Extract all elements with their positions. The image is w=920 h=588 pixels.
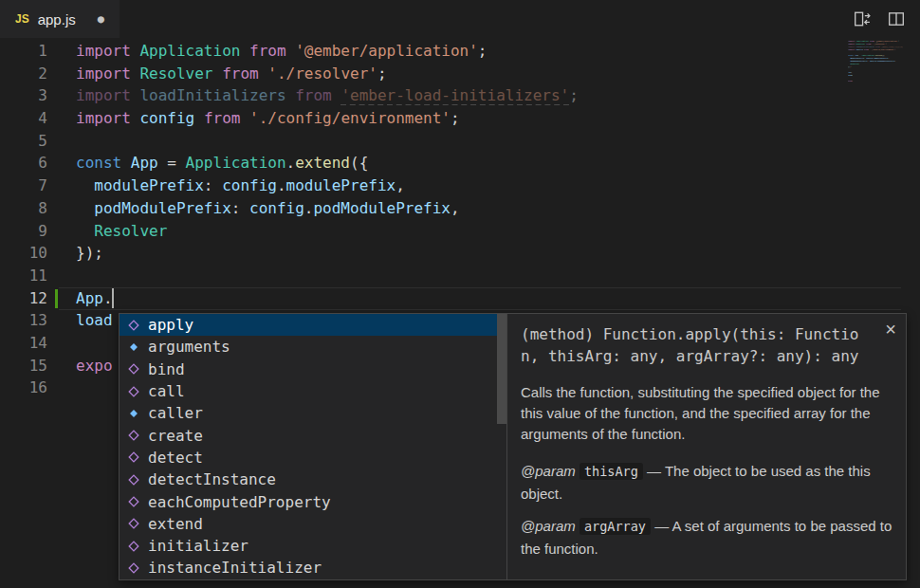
param-tag: @param: [521, 463, 576, 479]
suggestion-detect[interactable]: detect: [120, 447, 506, 469]
code-line[interactable]: 2import Resolver from './resolver';: [0, 63, 920, 85]
suggestion-label: detectInstance: [148, 470, 276, 488]
suggest-widget: applyargumentsbindcallcallercreatedetect…: [119, 313, 907, 580]
field-icon: [126, 340, 141, 355]
suggestion-extend[interactable]: extend: [120, 513, 506, 535]
suggestion-create[interactable]: create: [120, 424, 506, 446]
editor-actions: [854, 10, 920, 28]
field-icon: [126, 406, 141, 421]
code-line[interactable]: 1import Application from '@ember/applica…: [0, 40, 920, 63]
method-icon: [126, 318, 141, 333]
suggestion-arguments[interactable]: arguments: [120, 336, 506, 358]
docs-param-thisArg: @param thisArg — The object to be used a…: [521, 460, 892, 505]
param-tag: @param: [521, 518, 576, 534]
line-number: 11: [0, 265, 47, 287]
suggestion-label: create: [148, 427, 203, 445]
method-icon: [126, 361, 141, 377]
code-line[interactable]: 8 podModulePrefix: config.podModulePrefi…: [0, 197, 920, 220]
suggestion-initializer[interactable]: initializer: [120, 535, 506, 557]
method-icon: [126, 539, 141, 554]
line-number: 1: [0, 40, 47, 63]
suggestion-caller[interactable]: caller: [120, 402, 506, 424]
line-number: 14: [0, 332, 47, 355]
line-number: 9: [0, 220, 47, 243]
suggestion-instanceInitializer[interactable]: instanceInitializer: [120, 557, 506, 579]
git-added-indicator: [55, 289, 58, 308]
line-number: 13: [0, 309, 47, 332]
docs-param-argArray: @param argArray — A set of arguments to …: [521, 515, 892, 560]
param-description: — A set of arguments to be passed to the…: [521, 518, 892, 557]
suggestion-detectInstance[interactable]: detectInstance: [120, 469, 506, 490]
method-icon: [126, 428, 141, 443]
code-line[interactable]: 9 Resolver: [0, 220, 920, 243]
javascript-file-icon: JS: [15, 12, 29, 26]
line-number: 8: [0, 197, 47, 220]
suggestion-call[interactable]: call: [120, 380, 506, 402]
tab-app-js[interactable]: JS app.js ●: [0, 0, 120, 38]
line-number: 3: [0, 84, 47, 107]
code-line[interactable]: 3import loadInitializers from 'ember-loa…: [0, 84, 920, 107]
minimap[interactable]: import Application from '@ember/applicat…: [848, 40, 903, 91]
method-icon: [126, 516, 141, 531]
suggestion-label: instanceInitializer: [148, 559, 322, 577]
line-number: 2: [0, 63, 47, 85]
code-line[interactable]: 5: [0, 130, 920, 153]
code-line[interactable]: 12App.: [0, 287, 920, 310]
suggestion-bind[interactable]: bind: [120, 358, 506, 380]
suggestion-label: bind: [148, 360, 185, 378]
docs-signature: (method) Function.apply(this: Function, …: [521, 323, 892, 367]
split-editor-icon[interactable]: [888, 10, 905, 28]
method-icon: [126, 560, 141, 576]
line-number: 4: [0, 107, 47, 130]
suggest-scrollbar-thumb[interactable]: [497, 314, 506, 424]
suggestion-label: call: [148, 382, 185, 400]
code-line[interactable]: 4import config from './config/environmen…: [0, 107, 920, 130]
text-cursor: [112, 288, 114, 308]
line-number: 15: [0, 355, 47, 377]
suggestion-label: eachComputedProperty: [148, 493, 331, 511]
suggestion-apply[interactable]: apply: [120, 314, 506, 336]
suggestion-eachComputedProperty[interactable]: eachComputedProperty: [120, 490, 506, 512]
suggest-list: applyargumentsbindcallcallercreatedetect…: [119, 313, 507, 580]
modified-indicator-icon[interactable]: ●: [98, 12, 104, 26]
method-icon: [126, 472, 141, 487]
suggestion-label: caller: [148, 404, 203, 422]
suggestion-label: apply: [148, 316, 193, 334]
line-number: 7: [0, 175, 47, 197]
suggestion-label: detect: [148, 449, 203, 467]
line-number: 12: [0, 287, 47, 310]
docs-close-button[interactable]: ×: [883, 318, 898, 340]
editor[interactable]: 1import Application from '@ember/applica…: [0, 38, 920, 588]
vscode-window: JS app.js ● 1import Application from '@e…: [0, 0, 920, 588]
code-line[interactable]: 7 modulePrefix: config.modulePrefix,: [0, 175, 920, 197]
suggest-docs-panel: × (method) Function.apply(this: Function…: [506, 313, 907, 580]
tab-bar: JS app.js ●: [0, 0, 920, 38]
line-number: 16: [0, 377, 47, 399]
code-line[interactable]: 10});: [0, 242, 920, 265]
suggestion-label: extend: [148, 515, 203, 533]
suggestion-label: arguments: [148, 338, 230, 356]
method-icon: [126, 450, 141, 465]
param-name-chip: thisArg: [580, 463, 643, 480]
method-icon: [126, 494, 141, 509]
code-line[interactable]: 6const App = Application.extend({: [0, 152, 920, 175]
docs-description: Calls the function, substituting the spe…: [521, 382, 892, 445]
code-line[interactable]: 11: [0, 265, 920, 287]
method-icon: [126, 384, 141, 399]
suggestion-label: initializer: [148, 537, 248, 555]
line-number: 5: [0, 130, 47, 153]
line-number: 6: [0, 152, 47, 175]
param-name-chip: argArray: [580, 518, 651, 535]
open-changes-icon[interactable]: [854, 10, 871, 28]
tab-title: app.js: [38, 11, 76, 28]
line-number: 10: [0, 242, 47, 265]
